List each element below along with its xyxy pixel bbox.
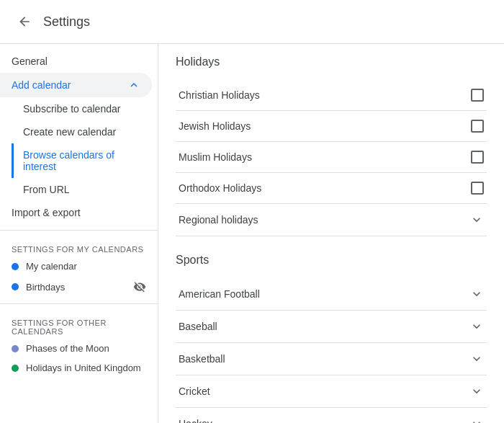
holiday-row-orthodox[interactable]: Orthodox Holidays <box>176 173 487 204</box>
basketball-chevron-icon <box>469 352 484 366</box>
birthdays-dot <box>12 283 19 290</box>
regional-chevron-icon <box>469 213 484 227</box>
uk-holidays-dot <box>12 365 19 372</box>
holiday-row-muslim[interactable]: Muslim Holidays <box>176 142 487 173</box>
visibility-off-icon <box>133 280 146 293</box>
sport-row-baseball[interactable]: Baseball <box>176 311 487 343</box>
sidebar-item-from-url[interactable]: From URL <box>12 178 152 201</box>
sport-row-hockey[interactable]: Hockey <box>176 408 487 423</box>
checkbox-orthodox[interactable] <box>471 182 484 195</box>
add-calendar-subitems: Subscribe to calendar Create new calenda… <box>0 97 158 201</box>
sidebar-item-browse[interactable]: Browse calendars of interest <box>12 143 152 178</box>
main-layout: General Add calendar Subscribe to calend… <box>0 44 504 423</box>
sidebar-item-birthdays[interactable]: Birthdays <box>0 276 158 298</box>
add-calendar-toggle[interactable]: Add calendar <box>0 73 152 97</box>
page-title: Settings <box>43 14 90 30</box>
app-header: Settings <box>0 0 504 44</box>
hockey-chevron-icon <box>469 417 484 423</box>
sidebar-item-my-calendar[interactable]: My calendar <box>0 257 158 276</box>
sports-section: Sports American Football Baseball Basket… <box>176 254 487 423</box>
chevron-up-icon <box>127 79 140 92</box>
back-button[interactable] <box>12 9 37 35</box>
holidays-section: Holidays Christian Holidays Jewish Holid… <box>176 55 487 236</box>
sidebar-item-uk-holidays[interactable]: Holidays in United Kingdom <box>0 358 158 378</box>
sport-row-cricket[interactable]: Cricket <box>176 375 487 408</box>
sidebar-item-create[interactable]: Create new calendar <box>12 120 152 143</box>
checkbox-jewish[interactable] <box>471 120 484 133</box>
holiday-row-jewish[interactable]: Jewish Holidays <box>176 111 487 142</box>
sport-row-basketball[interactable]: Basketball <box>176 343 487 375</box>
sidebar-item-import-export[interactable]: Import & export <box>0 201 158 224</box>
sidebar-item-subscribe[interactable]: Subscribe to calendar <box>12 97 152 120</box>
my-calendar-dot <box>12 263 19 270</box>
holiday-row-christian[interactable]: Christian Holidays <box>176 80 487 111</box>
divider-2 <box>0 303 158 304</box>
american-football-chevron-icon <box>469 287 484 301</box>
cricket-chevron-icon <box>469 384 484 398</box>
holiday-row-regional[interactable]: Regional holidays <box>176 204 487 236</box>
checkbox-muslim[interactable] <box>471 151 484 164</box>
sidebar: General Add calendar Subscribe to calend… <box>0 44 158 423</box>
holidays-title: Holidays <box>176 55 487 74</box>
divider-1 <box>0 230 158 231</box>
baseball-chevron-icon <box>469 319 484 334</box>
sidebar-item-phases[interactable]: Phases of the Moon <box>0 339 158 358</box>
add-calendar-group: Add calendar Subscribe to calendar Creat… <box>0 73 158 201</box>
sport-row-american-football[interactable]: American Football <box>176 278 487 311</box>
main-content: Holidays Christian Holidays Jewish Holid… <box>158 44 504 423</box>
sidebar-item-general[interactable]: General <box>0 50 158 73</box>
my-calendars-section: Settings for my calendars My calendar Bi… <box>0 236 158 298</box>
checkbox-christian[interactable] <box>471 89 484 102</box>
phases-dot <box>12 345 19 352</box>
my-calendars-title: Settings for my calendars <box>0 242 158 257</box>
other-calendars-title: Settings for other calendars <box>0 316 158 339</box>
sports-title: Sports <box>176 254 487 272</box>
other-calendars-section: Settings for other calendars Phases of t… <box>0 310 158 378</box>
